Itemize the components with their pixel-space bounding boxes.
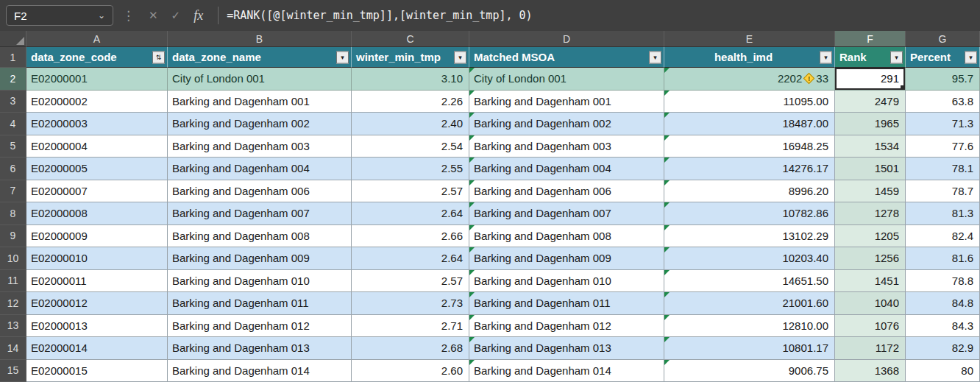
cell-G5[interactable]: 77.6 [906,135,980,158]
cell-B6[interactable]: Barking and Dagenham 004 [168,158,352,180]
cell-A13[interactable]: E02000013 [26,315,168,338]
cell-B8[interactable]: Barking and Dagenham 007 [168,202,352,225]
cell-B4[interactable]: Barking and Dagenham 002 [168,113,352,135]
row-header-14[interactable]: 14 [0,337,26,360]
column-header-A[interactable]: A [26,31,168,47]
row-header-13[interactable]: 13 [0,315,26,338]
cell-B9[interactable]: Barking and Dagenham 008 [168,225,352,248]
warning-icon[interactable]: ! [803,73,815,84]
cell-F5[interactable]: 1534 [835,135,906,158]
filter-dropdown-button[interactable]: ▾ [454,51,466,63]
cell-A15[interactable]: E02000015 [26,360,168,382]
cell-A6[interactable]: E02000005 [26,158,168,180]
cell-D6[interactable]: Barking and Dagenham 004 [469,158,664,180]
cell-E15[interactable]: 9006.75 [664,360,835,382]
cell-D2[interactable]: City of London 001 [469,68,664,91]
name-box[interactable]: F2 ⌄ [6,5,113,26]
cell-G13[interactable]: 84.3 [906,315,980,338]
cell-G4[interactable]: 71.3 [906,113,980,135]
cell-D13[interactable]: Barking and Dagenham 012 [469,315,664,338]
cell-C13[interactable]: 2.71 [352,315,469,338]
cell-B12[interactable]: Barking and Dagenham 011 [168,292,352,315]
cell-D9[interactable]: Barking and Dagenham 008 [469,225,664,248]
cell-B13[interactable]: Barking and Dagenham 012 [168,315,352,338]
cell-C6[interactable]: 2.55 [352,158,469,180]
table-header-Percent[interactable]: Percent▾ [906,47,980,68]
cell-E11[interactable]: 14651.50 [664,270,835,293]
sort-filter-button[interactable]: ⇅ [152,51,165,63]
more-options-icon[interactable]: ⋮ [122,8,135,24]
cell-E7[interactable]: 8996.20 [664,180,835,203]
cell-A14[interactable]: E02000014 [26,337,168,360]
cell-E14[interactable]: 10801.17 [664,337,835,360]
cell-A10[interactable]: E02000010 [26,247,168,270]
row-header-9[interactable]: 9 [0,225,26,248]
cell-D4[interactable]: Barking and Dagenham 002 [469,113,664,135]
cell-E4[interactable]: 18487.00 [664,113,835,135]
cell-C2[interactable]: 3.10 [352,68,469,91]
column-header-F[interactable]: F [835,31,906,47]
row-header-4[interactable]: 4 [0,113,26,135]
cell-C7[interactable]: 2.57 [352,180,469,203]
row-header-12[interactable]: 12 [0,292,26,315]
cell-D14[interactable]: Barking and Dagenham 013 [469,337,664,360]
cell-C3[interactable]: 2.26 [352,91,469,113]
cell-G12[interactable]: 84.8 [906,292,980,315]
cell-F7[interactable]: 1459 [835,180,906,203]
cell-F12[interactable]: 1040 [835,292,906,315]
cell-A4[interactable]: E02000003 [26,113,168,135]
cell-E5[interactable]: 16948.25 [664,135,835,158]
filter-dropdown-button[interactable]: ▾ [649,51,661,63]
filter-dropdown-button[interactable]: ▾ [890,51,903,63]
cell-F3[interactable]: 2479 [835,91,906,113]
cell-E6[interactable]: 14276.17 [664,158,835,180]
cell-A7[interactable]: E02000007 [26,180,168,203]
cell-F10[interactable]: 1256 [835,247,906,270]
cell-C4[interactable]: 2.40 [352,113,469,135]
cell-A11[interactable]: E02000011 [26,270,168,293]
cell-E3[interactable]: 11095.00 [664,91,835,113]
cell-C12[interactable]: 2.73 [352,292,469,315]
cell-D8[interactable]: Barking and Dagenham 007 [469,202,664,225]
cell-F9[interactable]: 1205 [835,225,906,248]
cell-F14[interactable]: 1172 [835,337,906,360]
column-header-E[interactable]: E [664,31,835,47]
table-header-Rank[interactable]: Rank▾ [835,47,906,68]
cell-A5[interactable]: E02000004 [26,135,168,158]
formula-input[interactable]: =RANK([@[winter_min_tmp]],[winter_min_tm… [227,9,974,22]
row-header-7[interactable]: 7 [0,180,26,203]
row-header-6[interactable]: 6 [0,158,26,180]
cell-B15[interactable]: Barking and Dagenham 014 [168,360,352,382]
cell-B11[interactable]: Barking and Dagenham 010 [168,270,352,293]
cell-A2[interactable]: E02000001 [26,68,168,91]
cell-B5[interactable]: Barking and Dagenham 003 [168,135,352,158]
cell-D12[interactable]: Barking and Dagenham 011 [469,292,664,315]
cell-E13[interactable]: 12810.00 [664,315,835,338]
row-header-8[interactable]: 8 [0,202,26,225]
cell-F6[interactable]: 1501 [835,158,906,180]
chevron-down-icon[interactable]: ⌄ [98,11,105,20]
cell-F4[interactable]: 1965 [835,113,906,135]
cell-G11[interactable]: 78.8 [906,270,980,293]
cell-F13[interactable]: 1076 [835,315,906,338]
cell-B3[interactable]: Barking and Dagenham 001 [168,91,352,113]
filter-dropdown-button[interactable]: ▾ [336,51,349,63]
row-header-1[interactable]: 1 [0,47,26,68]
cell-E12[interactable]: 21001.60 [664,292,835,315]
cell-D15[interactable]: Barking and Dagenham 014 [469,360,664,382]
row-header-10[interactable]: 10 [0,247,26,270]
cell-D11[interactable]: Barking and Dagenham 010 [469,270,664,293]
row-header-11[interactable]: 11 [0,270,26,293]
row-header-5[interactable]: 5 [0,135,26,158]
cell-E9[interactable]: 13102.29 [664,225,835,248]
cell-B10[interactable]: Barking and Dagenham 009 [168,247,352,270]
cell-C5[interactable]: 2.54 [352,135,469,158]
cancel-icon[interactable]: ✕ [149,9,158,22]
cell-F8[interactable]: 1278 [835,202,906,225]
cell-E8[interactable]: 10782.86 [664,202,835,225]
cell-B14[interactable]: Barking and Dagenham 013 [168,337,352,360]
cell-F11[interactable]: 1451 [835,270,906,293]
row-header-15[interactable]: 15 [0,360,26,382]
cell-C15[interactable]: 2.60 [352,360,469,382]
cell-G2[interactable]: 95.7 [906,68,980,91]
